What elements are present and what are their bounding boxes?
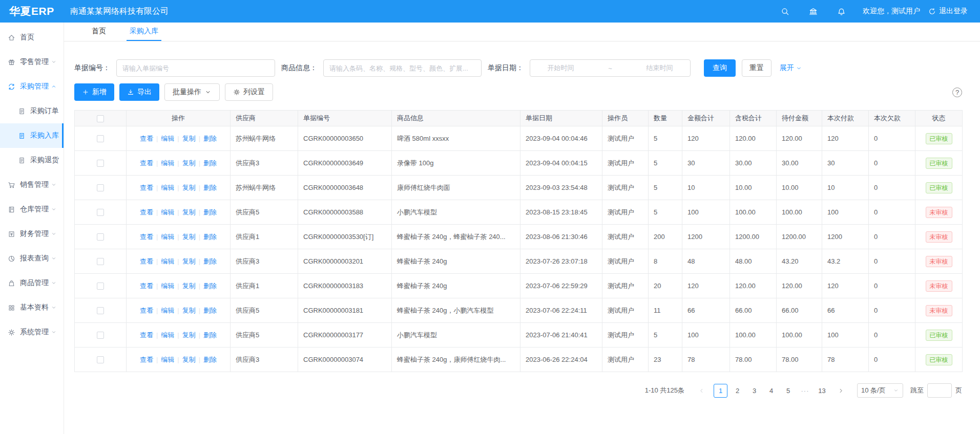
edit-link[interactable]: 编辑 — [161, 257, 174, 265]
bell-icon[interactable] — [837, 7, 846, 16]
edit-link[interactable]: 编辑 — [161, 307, 174, 314]
cell-qty: 23 — [649, 348, 682, 372]
sidebar-item-retail[interactable]: 零售管理 — [0, 50, 64, 74]
sidebar-item-warehouse[interactable]: 仓库管理 — [0, 197, 64, 222]
view-link[interactable]: 查看 — [140, 135, 153, 142]
tab-home[interactable]: 首页 — [89, 23, 109, 41]
row-checkbox[interactable] — [97, 332, 104, 339]
edit-link[interactable]: 编辑 — [161, 356, 174, 363]
row-checkbox[interactable] — [97, 283, 104, 290]
row-checkbox[interactable] — [97, 307, 104, 314]
sidebar-item-purchase-return[interactable]: 采购退货 — [0, 148, 64, 172]
cell-debt-amount: 0 — [869, 176, 915, 200]
prev-page-button[interactable] — [695, 384, 708, 398]
copy-link[interactable]: 复制 — [182, 135, 196, 142]
row-checkbox[interactable] — [97, 258, 104, 265]
row-checkbox[interactable] — [97, 233, 104, 241]
copy-link[interactable]: 复制 — [182, 184, 196, 191]
edit-link[interactable]: 编辑 — [161, 135, 174, 142]
sidebar-item-finance[interactable]: 财务管理 — [0, 222, 64, 246]
sidebar-item-system[interactable]: 系统管理 — [0, 320, 64, 344]
page-button-3[interactable]: 3 — [747, 384, 761, 398]
delete-link[interactable]: 删除 — [203, 233, 217, 241]
row-checkbox[interactable] — [97, 184, 104, 191]
query-button[interactable]: 查询 — [704, 59, 736, 77]
column-settings-button[interactable]: 列设置 — [225, 83, 273, 101]
edit-link[interactable]: 编辑 — [161, 184, 174, 191]
cell-bill-date: 2023-07-26 23:07:18 — [520, 249, 602, 274]
copy-link[interactable]: 复制 — [182, 356, 196, 363]
delete-link[interactable]: 删除 — [203, 331, 217, 339]
reset-button[interactable]: 重置 — [742, 59, 772, 77]
edit-link[interactable]: 编辑 — [161, 208, 174, 216]
add-button[interactable]: 新增 — [74, 83, 114, 101]
delete-link[interactable]: 删除 — [203, 257, 217, 265]
delete-link[interactable]: 删除 — [203, 307, 217, 314]
bank-icon[interactable] — [809, 7, 818, 16]
tab-purchase-inbound[interactable]: 采购入库 — [127, 23, 161, 41]
delete-link[interactable]: 删除 — [203, 208, 217, 216]
row-checkbox[interactable] — [97, 209, 104, 216]
cell-debt-amount: 0 — [869, 151, 915, 176]
copy-link[interactable]: 复制 — [182, 307, 196, 314]
sidebar-item-purchase[interactable]: 采购管理 — [0, 74, 64, 99]
select-all-checkbox[interactable] — [97, 115, 104, 122]
date-range-picker[interactable]: 开始时间 ~ 结束时间 — [530, 59, 691, 77]
row-checkbox[interactable] — [97, 356, 104, 363]
view-link[interactable]: 查看 — [140, 307, 153, 314]
pagination-summary: 1-10 共125条 — [645, 386, 684, 395]
view-link[interactable]: 查看 — [140, 184, 153, 191]
sidebar-item-report[interactable]: 报表查询 — [0, 246, 64, 271]
sidebar-item-sales[interactable]: 销售管理 — [0, 172, 64, 197]
copy-link[interactable]: 复制 — [182, 208, 196, 216]
row-checkbox[interactable] — [97, 160, 104, 167]
edit-link[interactable]: 编辑 — [161, 331, 174, 339]
edit-link[interactable]: 编辑 — [161, 233, 174, 241]
row-checkbox[interactable] — [97, 135, 104, 142]
export-button[interactable]: 导出 — [119, 83, 159, 101]
next-page-button[interactable] — [834, 384, 848, 398]
copy-link[interactable]: 复制 — [182, 282, 196, 290]
delete-link[interactable]: 删除 — [203, 135, 217, 142]
material-input[interactable] — [323, 59, 482, 77]
view-link[interactable]: 查看 — [140, 331, 153, 339]
delete-link[interactable]: 删除 — [203, 356, 217, 363]
copy-link[interactable]: 复制 — [182, 233, 196, 241]
edit-link[interactable]: 编辑 — [161, 159, 174, 167]
jump-page-input[interactable] — [927, 383, 952, 398]
view-link[interactable]: 查看 — [140, 233, 153, 241]
delete-link[interactable]: 删除 — [203, 282, 217, 290]
start-date-placeholder[interactable]: 开始时间 — [547, 63, 574, 73]
batch-actions-button[interactable]: 批量操作 — [164, 83, 220, 101]
divider: | — [177, 135, 179, 142]
expand-link[interactable]: 展开 — [780, 63, 802, 73]
view-link[interactable]: 查看 — [140, 282, 153, 290]
sidebar-item-home[interactable]: 首页 — [0, 25, 64, 50]
sidebar-item-basic[interactable]: 基本资料 — [0, 295, 64, 320]
page-button-1[interactable]: 1 — [714, 384, 727, 398]
page-button-13[interactable]: 13 — [815, 384, 829, 398]
divider: | — [199, 257, 200, 265]
page-button-4[interactable]: 4 — [764, 384, 778, 398]
bill-no-input[interactable] — [116, 59, 275, 77]
view-link[interactable]: 查看 — [140, 257, 153, 265]
page-size-select[interactable]: 10 条/页 — [857, 383, 903, 398]
sidebar-item-goods[interactable]: 商品管理 — [0, 271, 64, 295]
sidebar-item-purchase-inbound[interactable]: 采购入库 — [0, 123, 64, 148]
view-link[interactable]: 查看 — [140, 159, 153, 167]
copy-link[interactable]: 复制 — [182, 257, 196, 265]
end-date-placeholder[interactable]: 结束时间 — [647, 63, 673, 73]
copy-link[interactable]: 复制 — [182, 331, 196, 339]
logout-button[interactable]: 退出登录 — [928, 7, 968, 16]
view-link[interactable]: 查看 — [140, 208, 153, 216]
edit-link[interactable]: 编辑 — [161, 282, 174, 290]
help-icon[interactable]: ? — [952, 88, 962, 97]
page-button-5[interactable]: 5 — [781, 384, 795, 398]
sidebar-item-purchase-order[interactable]: 采购订单 — [0, 99, 64, 123]
copy-link[interactable]: 复制 — [182, 159, 196, 167]
view-link[interactable]: 查看 — [140, 356, 153, 363]
search-icon[interactable] — [781, 7, 789, 16]
delete-link[interactable]: 删除 — [203, 159, 217, 167]
delete-link[interactable]: 删除 — [203, 184, 217, 191]
page-button-2[interactable]: 2 — [731, 384, 744, 398]
